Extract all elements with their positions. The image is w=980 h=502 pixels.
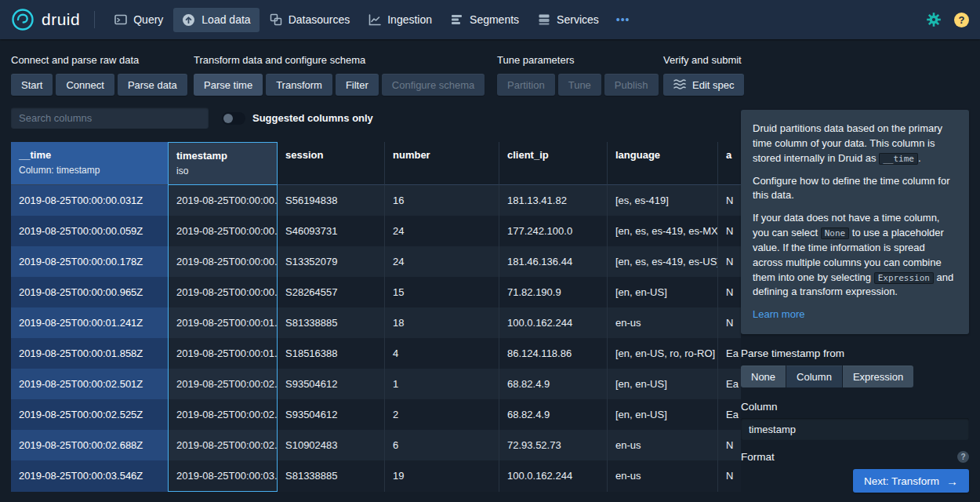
step-group-label: Tune parameters bbox=[497, 54, 659, 66]
table-header-row: __time Column: timestamp timestamp iso s… bbox=[11, 142, 748, 185]
next-button-label: Next: Transform bbox=[864, 475, 939, 487]
cell-client_ip: 181.46.136.44 bbox=[499, 246, 608, 277]
edit-spec-icon bbox=[673, 78, 686, 92]
nav-label: Segments bbox=[470, 13, 519, 26]
cell-language: [en, en-US, ro, ro-RO] bbox=[608, 338, 718, 369]
table-row: 2019-08-25T00:00:00.059Z2019-08-25T00:00… bbox=[11, 216, 748, 246]
step-tune-button: Tune bbox=[558, 74, 601, 96]
settings-gear-icon[interactable] bbox=[926, 12, 942, 27]
top-navigation-bar: druid Query Load data Datasources Ingest… bbox=[0, 0, 980, 39]
cell-client_ip: 181.13.41.82 bbox=[499, 185, 608, 216]
nav-item-services[interactable]: Services bbox=[529, 8, 608, 31]
column-header-time[interactable]: __time Column: timestamp bbox=[11, 142, 168, 185]
parse-timestamp-from-label: Parse timestamp from bbox=[741, 347, 969, 359]
cell-number: 18 bbox=[385, 307, 499, 338]
cell-timestamp: 2019-08-25T00:00:02.525Z bbox=[168, 399, 278, 430]
step-connect-button[interactable]: Connect bbox=[56, 74, 114, 96]
time-code-chip: __time bbox=[879, 153, 918, 165]
nav-label: Ingestion bbox=[387, 13, 432, 26]
step-filter-button[interactable]: Filter bbox=[336, 74, 379, 96]
load-data-icon bbox=[182, 13, 195, 27]
learn-more-link[interactable]: Learn more bbox=[753, 307, 804, 322]
cell-session: S13352079 bbox=[278, 246, 385, 277]
cell-__time: 2019-08-25T00:00:02.688Z bbox=[11, 430, 168, 460]
cell-session: S10902483 bbox=[278, 430, 385, 460]
table-row: 2019-08-25T00:00:00.965Z2019-08-25T00:00… bbox=[11, 277, 748, 307]
format-info-icon[interactable]: ? bbox=[957, 451, 969, 463]
nav-item-ingestion[interactable]: Ingestion bbox=[360, 8, 441, 31]
cell-client_ip: 100.0.162.244 bbox=[499, 307, 608, 338]
info-paragraph: Configure how to define the time column … bbox=[753, 174, 957, 204]
cell-session: S81338885 bbox=[278, 307, 385, 338]
segments-icon bbox=[451, 13, 463, 26]
step-partition-button: Partition bbox=[497, 74, 555, 96]
cell-client_ip: 68.82.4.9 bbox=[499, 369, 608, 399]
step-group-label: Transform data and configure schema bbox=[194, 54, 485, 66]
cell-client_ip: 100.0.162.244 bbox=[499, 460, 608, 492]
nav-label: Datasources bbox=[289, 13, 350, 26]
nav-item-datasources[interactable]: Datasources bbox=[261, 8, 359, 31]
nav-item-query[interactable]: Query bbox=[106, 8, 172, 31]
next-transform-button[interactable]: Next: Transform → bbox=[853, 469, 969, 493]
cell-__time: 2019-08-25T00:00:00.059Z bbox=[11, 216, 168, 246]
cell-timestamp: 2019-08-25T00:00:02.688Z bbox=[168, 430, 278, 460]
column-header-session[interactable]: session bbox=[278, 142, 385, 185]
cell-number: 16 bbox=[385, 185, 499, 216]
column-header-timestamp[interactable]: timestamp iso bbox=[168, 142, 278, 185]
arrow-right-icon: → bbox=[946, 475, 958, 487]
cell-__time: 2019-08-25T00:00:02.525Z bbox=[11, 399, 168, 430]
cell-timestamp: 2019-08-25T00:00:00.965Z bbox=[168, 277, 278, 307]
search-columns-input[interactable] bbox=[11, 107, 209, 129]
druid-logo-icon[interactable] bbox=[11, 8, 34, 31]
cell-session: S81338885 bbox=[278, 460, 385, 492]
step-group-verify: Verify and submit Edit spec bbox=[663, 54, 744, 96]
suggested-columns-toggle[interactable] bbox=[222, 112, 245, 125]
cell-number: 24 bbox=[385, 216, 499, 246]
cell-language: en-us bbox=[608, 430, 718, 460]
nav-label: Services bbox=[557, 13, 599, 26]
timestamp-column-input[interactable] bbox=[741, 418, 969, 440]
cell-timestamp: 2019-08-25T00:00:01.858Z bbox=[168, 338, 278, 369]
cell-session: S46093731 bbox=[278, 216, 385, 246]
cell-number: 1 bbox=[385, 369, 499, 399]
cell-timestamp: 2019-08-25T00:00:00.031Z bbox=[168, 185, 278, 216]
cell-__time: 2019-08-25T00:00:01.858Z bbox=[11, 338, 168, 369]
step-parse-time-button[interactable]: Parse time bbox=[194, 74, 263, 96]
option-none-button[interactable]: None bbox=[741, 366, 786, 387]
edit-spec-button[interactable]: Edit spec bbox=[663, 74, 744, 96]
cell-language: [es, es-419] bbox=[608, 185, 718, 216]
cell-__time: 2019-08-25T00:00:00.965Z bbox=[11, 277, 168, 307]
nav-more-button[interactable]: ••• bbox=[609, 8, 637, 31]
ingestion-icon bbox=[368, 13, 381, 26]
column-header-client-ip[interactable]: client_ip bbox=[499, 142, 608, 185]
cell-__time: 2019-08-25T00:00:01.241Z bbox=[11, 307, 168, 338]
option-expression-button[interactable]: Expression bbox=[843, 366, 913, 387]
topbar-divider bbox=[94, 11, 95, 28]
table-row: 2019-08-25T00:00:02.525Z2019-08-25T00:00… bbox=[11, 399, 748, 430]
option-column-button[interactable]: Column bbox=[786, 366, 842, 387]
suggested-columns-label: Suggested columns only bbox=[252, 112, 373, 124]
step-group-label: Verify and submit bbox=[663, 54, 744, 66]
cell-language: en-us bbox=[608, 307, 718, 338]
expression-code-chip: Expression bbox=[874, 272, 934, 284]
table-body: 2019-08-25T00:00:00.031Z2019-08-25T00:00… bbox=[11, 185, 748, 492]
data-preview-table: __time Column: timestamp timestamp iso s… bbox=[11, 142, 748, 492]
nav-item-segments[interactable]: Segments bbox=[442, 8, 528, 31]
info-paragraph: Druid partitions data based on the prima… bbox=[753, 122, 957, 166]
services-icon bbox=[538, 13, 550, 26]
cell-client_ip: 86.124.118.86 bbox=[499, 338, 608, 369]
brand-name: druid bbox=[42, 10, 80, 29]
cell-language: [en, es, es-419, es-US] bbox=[608, 246, 718, 277]
step-parse-data-button[interactable]: Parse data bbox=[118, 74, 187, 96]
step-transform-button[interactable]: Transform bbox=[266, 74, 332, 96]
cell-__time: 2019-08-25T00:00:03.546Z bbox=[11, 460, 168, 492]
cell-language: [en, es, es-419, es-MX] bbox=[608, 216, 718, 246]
timestamp-source-segmented-control: None Column Expression bbox=[741, 366, 969, 387]
nav-item-load-data[interactable]: Load data bbox=[173, 8, 259, 32]
table-row: 2019-08-25T00:00:02.501Z2019-08-25T00:00… bbox=[11, 369, 748, 399]
step-start-button[interactable]: Start bbox=[11, 74, 53, 96]
column-header-number[interactable]: number bbox=[385, 142, 499, 185]
column-header-language[interactable]: language bbox=[608, 142, 718, 185]
help-icon[interactable]: ? bbox=[954, 13, 969, 27]
cell-session: S56194838 bbox=[278, 185, 385, 216]
